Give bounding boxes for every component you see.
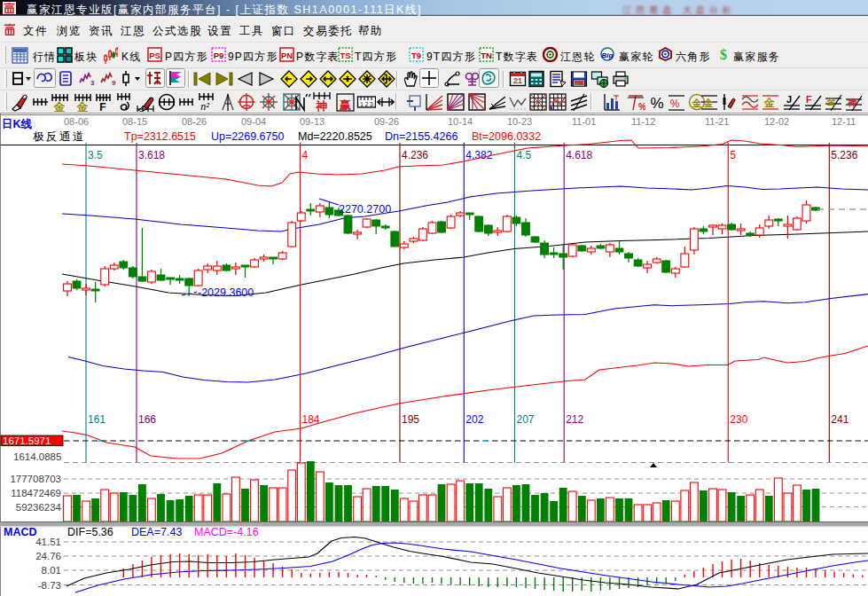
svg-text:Big: Big [602,51,614,59]
svg-text:神: 神 [316,99,328,112]
svg-text:11-12: 11-12 [631,116,655,127]
svg-text:202: 202 [465,413,483,426]
svg-text:21: 21 [513,76,522,85]
svg-text:日K线: 日K线 [2,118,33,130]
svg-text:DIF=5.36: DIF=5.36 [67,526,113,538]
svg-text:n²: n² [200,100,209,112]
svg-text:59236234: 59236234 [16,502,62,513]
svg-text:T9: T9 [411,51,421,60]
svg-text:Tp=2312.6515: Tp=2312.6515 [124,130,196,143]
svg-text:24.76: 24.76 [35,551,61,561]
svg-text:08-06: 08-06 [64,116,89,127]
svg-text:%: % [650,95,663,112]
svg-text:11-21: 11-21 [705,116,729,127]
svg-text:MACD: MACD [4,526,37,538]
svg-text:TN: TN [481,51,492,60]
svg-text:09-13: 09-13 [300,116,325,127]
svg-text:MACD=-4.16: MACD=-4.16 [194,526,259,538]
svg-text:4: 4 [302,149,309,161]
svg-text:-2029.3600: -2029.3600 [198,286,254,299]
svg-text:5.236: 5.236 [831,149,857,161]
svg-text:177708703: 177708703 [10,474,61,484]
svg-text:08-15: 08-15 [122,116,147,127]
svg-text:$: $ [720,47,727,62]
svg-text:166: 166 [138,413,156,426]
svg-text:F: F [99,101,106,112]
svg-text:DEA=7.43: DEA=7.43 [131,526,182,538]
svg-text:118472469: 118472469 [11,488,61,498]
svg-text:神: 神 [847,98,856,107]
svg-text:195: 195 [402,413,419,426]
svg-text:%: % [638,102,645,112]
svg-text:230: 230 [730,413,747,426]
svg-text:161: 161 [88,413,106,426]
svg-text:1 2 3: 1 2 3 [360,101,373,107]
svg-text:Bt=2096.0332: Bt=2096.0332 [472,130,541,143]
svg-text:J: J [786,94,792,105]
svg-text:F: F [806,94,812,105]
svg-text:4.618: 4.618 [566,149,592,161]
svg-text:TS: TS [340,51,350,60]
svg-text:5: 5 [730,149,736,161]
svg-text:41.51: 41.51 [35,537,61,547]
svg-text:2270.2700: 2270.2700 [339,203,391,216]
svg-text:8.01: 8.01 [42,565,61,576]
svg-text:PN: PN [281,51,293,60]
svg-text:-8.73: -8.73 [38,580,61,591]
svg-text:金: 金 [76,100,90,112]
svg-text:9: 9 [112,79,116,87]
svg-text:207: 207 [517,413,535,426]
svg-text:09-26: 09-26 [374,116,399,127]
svg-text:1614.0885: 1614.0885 [13,451,61,462]
svg-text:4.5: 4.5 [517,149,532,161]
svg-text:08-26: 08-26 [182,116,207,127]
svg-text:极反通道: 极反通道 [33,130,86,143]
svg-text:12-02: 12-02 [764,116,789,127]
svg-text:金: 金 [826,97,836,106]
svg-text:3.618: 3.618 [138,149,165,161]
svg-text:%: % [670,98,680,110]
svg-text:3.5: 3.5 [88,149,103,161]
svg-text:4.236: 4.236 [402,149,428,161]
svg-text:12-11: 12-11 [832,116,856,127]
svg-text:11-01: 11-01 [572,116,596,127]
svg-text:赢: 赢 [339,98,351,112]
svg-text:09-04: 09-04 [241,116,266,127]
svg-text:4.382: 4.382 [465,149,492,161]
svg-text:金: 金 [703,98,715,108]
svg-text:PS: PS [149,51,160,60]
svg-text:3: 3 [90,79,95,87]
svg-text:金: 金 [763,97,775,109]
svg-text:212: 212 [566,413,583,426]
svg-text:P9: P9 [214,51,224,60]
svg-text:10-14: 10-14 [448,116,473,127]
svg-text:Dn=2155.4266: Dn=2155.4266 [385,130,457,143]
svg-text:金: 金 [53,100,66,112]
svg-text:1671.5971: 1671.5971 [3,435,51,446]
svg-text:241: 241 [831,413,848,426]
svg-text:Up=2269.6750: Up=2269.6750 [211,130,284,143]
svg-text:10-23: 10-23 [507,116,532,127]
svg-text:Md=2220.8525: Md=2220.8525 [298,130,372,143]
